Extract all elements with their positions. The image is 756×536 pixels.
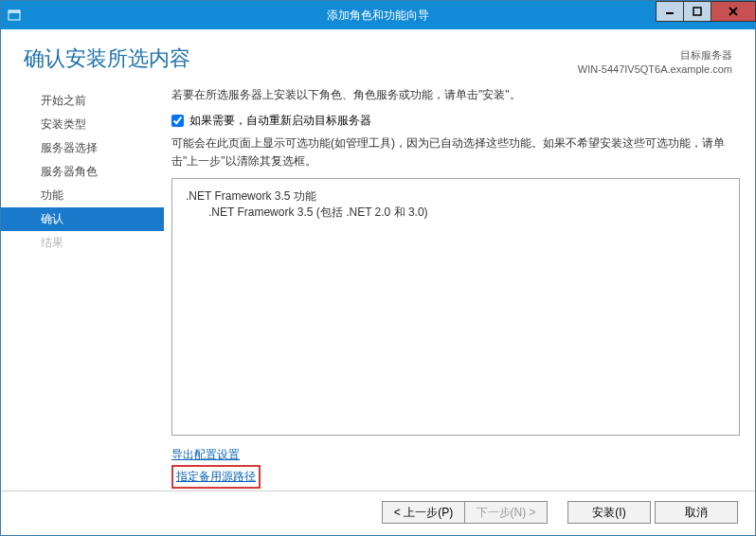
restart-checkbox-row: 如果需要，自动重新启动目标服务器 [171,113,740,129]
next-button: 下一步(N) > [464,501,548,524]
destination-label: 目标服务器 [578,48,732,63]
close-button[interactable] [711,1,756,22]
feature-list: .NET Framework 3.5 功能 .NET Framework 3.5… [171,178,740,436]
svg-rect-3 [693,8,701,15]
step-server-select[interactable]: 服务器选择 [1,136,164,160]
intro-text: 若要在所选服务器上安装以下角色、角色服务或功能，请单击"安装"。 [171,87,740,103]
titlebar: 添加角色和功能向导 [1,1,755,29]
page-title: 确认安装所选内容 [24,45,190,73]
button-bar: < 上一步(P) 下一步(N) > 安装(I) 取消 [1,491,755,535]
note-text: 可能会在此页面上显示可选功能(如管理工具)，因为已自动选择这些功能。如果不希望安… [171,134,740,170]
body-area: 开始之前 安装类型 服务器选择 服务器角色 功能 确认 结果 若要在所选服务器上… [1,87,755,491]
links-block: 导出配置设置 指定备用源路径 [171,436,740,491]
previous-button[interactable]: < 上一步(P) [382,501,465,524]
header-area: 确认安装所选内容 目标服务器 WIN-5447IV5QT6A.example.c… [1,29,755,87]
wizard-steps: 开始之前 安装类型 服务器选择 服务器角色 功能 确认 结果 [1,87,164,491]
cancel-button[interactable]: 取消 [655,501,738,524]
restart-checkbox[interactable] [171,115,184,127]
main-panel: 若要在所选服务器上安装以下角色、角色服务或功能，请单击"安装"。 如果需要，自动… [164,87,740,491]
minimize-button[interactable] [656,1,684,22]
destination-server: WIN-5447IV5QT6A.example.com [578,63,732,77]
maximize-button[interactable] [683,1,711,22]
step-install-type[interactable]: 安装类型 [1,113,164,136]
destination-block: 目标服务器 WIN-5447IV5QT6A.example.com [578,48,732,78]
nav-button-group: < 上一步(P) 下一步(N) > [382,501,547,524]
window-title: 添加角色和功能向导 [327,8,429,24]
app-icon [7,8,22,23]
restart-checkbox-label: 如果需要，自动重新启动目标服务器 [189,113,371,129]
step-confirm[interactable]: 确认 [1,207,164,231]
export-config-link[interactable]: 导出配置设置 [171,448,240,461]
step-features[interactable]: 功能 [1,184,164,207]
window-controls [656,1,755,29]
feature-item: .NET Framework 3.5 (包括 .NET 2.0 和 3.0) [186,205,726,221]
step-results: 结果 [1,231,164,255]
svg-rect-1 [9,10,20,13]
step-before-begin[interactable]: 开始之前 [1,89,164,113]
wizard-window: 添加角色和功能向导 确认安装所选内容 目标服务器 WIN-5447IV5QT6A… [0,0,756,536]
step-server-roles[interactable]: 服务器角色 [1,160,164,184]
install-button[interactable]: 安装(I) [567,501,651,524]
alt-source-link[interactable]: 指定备用源路径 [176,470,256,483]
feature-item: .NET Framework 3.5 功能 [186,188,726,205]
